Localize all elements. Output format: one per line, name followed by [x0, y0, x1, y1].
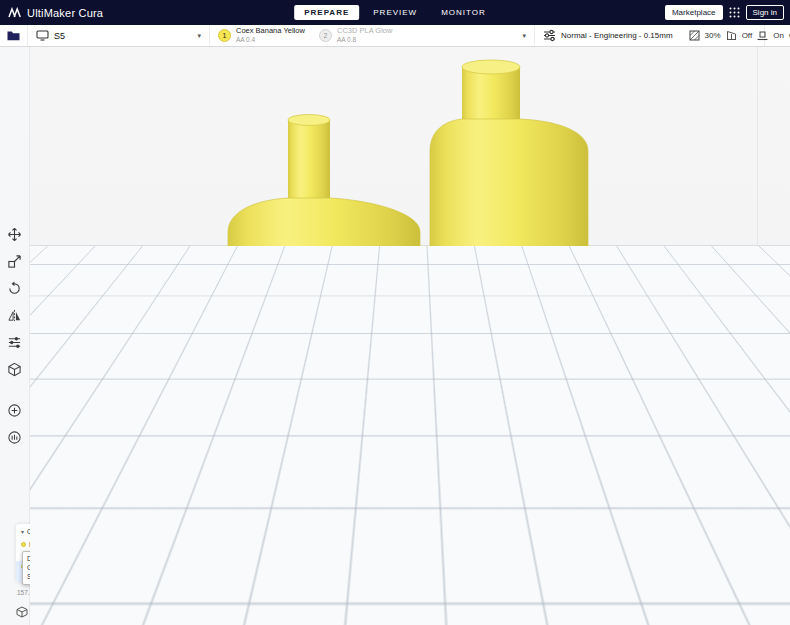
extruder-1-material: Coex Banana Yellow	[236, 27, 314, 36]
print-settings-selector[interactable]: Normal - Engineering - 0.15mm 30% Off	[535, 25, 765, 46]
view-right-button[interactable]	[94, 604, 109, 619]
model-dimensions-label: 157.6 x 75.0 x 198.0 mm	[17, 589, 89, 596]
chevron-down-icon: ▾	[197, 32, 201, 39]
custom-supports-icon	[7, 430, 22, 445]
svg-text:Designed by: Designed by	[294, 500, 366, 514]
model-right-designed-text: Designed by Liturgical 3D ™	[499, 388, 588, 419]
move-tool-button[interactable]	[4, 223, 26, 245]
support-blocker-button[interactable]	[4, 358, 26, 380]
adhesion-value: On	[773, 31, 784, 40]
config-bar: S5 ▾ 1 Coex Banana Yellow AA 0.4 2 CC3D …	[0, 25, 790, 47]
model-right-neck	[462, 67, 520, 121]
iso-cube-icon	[16, 606, 28, 618]
model-left-neck-top	[288, 115, 330, 126]
rotate-icon	[7, 281, 22, 296]
view-front-button[interactable]	[34, 604, 49, 619]
support-value: Off	[742, 31, 753, 40]
extruder-2-nozzle: AA 0.8	[337, 36, 415, 43]
folder-icon	[7, 30, 20, 41]
topbar-right-group: Marketplace Sign in	[665, 0, 784, 25]
top-view-icon	[56, 606, 68, 618]
camera-view-buttons	[14, 604, 109, 619]
mirror-tool-button[interactable]	[4, 304, 26, 326]
svg-text:9.4mm: 9.4mm	[519, 517, 570, 536]
extruder-1-badge: 1	[218, 29, 231, 42]
models-layer: Designed by Liturgical 3D ™ "Bit" dia: 9…	[30, 47, 790, 625]
model-right-dia-text: "Bit" dia: 9.4mm	[511, 517, 577, 554]
sign-in-button[interactable]: Sign in	[746, 5, 784, 20]
caret-down-icon: ▾	[21, 528, 24, 535]
apps-grid-icon[interactable]	[729, 7, 740, 18]
support-blocker-icon	[7, 362, 22, 377]
slice-button[interactable]: Slice	[630, 587, 776, 611]
printer-name: S5	[54, 31, 65, 41]
action-panel: ▶ Slice	[594, 587, 776, 611]
svg-text:Liturgical 3D ™: Liturgical 3D ™	[286, 486, 374, 500]
printer-selector[interactable]: S5 ▾	[28, 25, 210, 46]
model-right-neck-top	[462, 60, 520, 74]
view-left-button[interactable]	[74, 604, 89, 619]
profile-label: Normal - Engineering - 0.15mm	[561, 31, 673, 40]
support-icon	[726, 30, 737, 41]
tab-preview[interactable]: PREVIEW	[363, 5, 427, 20]
extruder-color-dot	[21, 542, 26, 547]
view-top-button[interactable]	[54, 604, 69, 619]
svg-text:9.4mm: 9.4mm	[303, 557, 357, 576]
tab-monitor[interactable]: MONITOR	[431, 5, 496, 20]
extruder-2-material: CC3D PLA Glow	[337, 27, 415, 36]
mesh-tools-plugin-button[interactable]	[4, 399, 26, 421]
chevron-down-icon: ▾	[522, 32, 526, 39]
object-name-tooltip: Deep Probe - Fake Router for Gridding - …	[22, 551, 122, 585]
per-model-settings-button[interactable]	[4, 331, 26, 353]
scale-tool-button[interactable]	[4, 250, 26, 272]
model-left-body	[228, 198, 420, 457]
model-right-base-side	[624, 357, 636, 587]
settings-sliders-icon	[543, 29, 556, 42]
ultimaker-logo: UltiMaker Cura	[0, 7, 103, 19]
scale-icon	[7, 254, 22, 269]
model-right-body	[430, 119, 588, 375]
view-3d-button[interactable]	[14, 604, 29, 619]
infill-value: 30%	[705, 31, 721, 40]
object-list-header[interactable]: ▾ Object list	[16, 524, 126, 539]
rotate-tool-button[interactable]	[4, 277, 26, 299]
preview-stage-button[interactable]: ▶	[594, 587, 620, 611]
ultimaker-mark-icon	[8, 7, 22, 19]
app-title: UltiMaker Cura	[27, 7, 103, 19]
mirror-icon	[7, 308, 22, 323]
svg-text:"Bit" dia:: "Bit" dia:	[511, 535, 577, 554]
side-view-icon	[76, 606, 88, 618]
svg-text:"Bit" dia:: "Bit" dia:	[297, 576, 362, 593]
per-model-settings-icon	[7, 335, 22, 350]
model-left-designed-text: Designed by Liturgical 3D ™	[286, 486, 374, 514]
stage-tabs: PREPARE PREVIEW MONITOR	[294, 0, 496, 25]
nine-dots-icon	[729, 7, 740, 18]
top-bar: UltiMaker Cura PREPARE PREVIEW MONITOR M…	[0, 0, 790, 25]
model-left-neck	[288, 120, 330, 202]
adhesion-icon	[757, 30, 768, 41]
material-selector[interactable]: 1 Coex Banana Yellow AA 0.4 2 CC3D PLA G…	[210, 25, 535, 46]
model-left-dia-text: "Bit" dia: 9.4mm	[297, 557, 362, 593]
custom-supports-plugin-button[interactable]	[4, 426, 26, 448]
move-icon	[7, 227, 22, 242]
extruder-1-info: Coex Banana Yellow AA 0.4	[236, 27, 314, 43]
extruder-2-info: CC3D PLA Glow AA 0.8	[337, 27, 415, 43]
object-list-title: Object list	[27, 527, 59, 536]
open-file-button[interactable]	[0, 25, 28, 46]
viewport-3d[interactable]: Designed by Liturgical 3D ™ "Bit" dia: 9…	[30, 47, 790, 625]
extruder-1-nozzle: AA 0.4	[236, 36, 314, 43]
tab-prepare[interactable]: PREPARE	[294, 5, 359, 20]
mesh-tools-icon	[7, 403, 22, 418]
model-left-base-top	[203, 429, 476, 449]
printer-icon	[36, 30, 49, 41]
play-icon: ▶	[604, 594, 611, 604]
dot-view-icon	[96, 606, 108, 618]
infill-icon	[689, 30, 700, 41]
extruder-2-badge: 2	[319, 29, 332, 42]
model-left-base-side	[458, 429, 476, 617]
app-window: UltiMaker Cura PREPARE PREVIEW MONITOR M…	[0, 0, 790, 625]
marketplace-button[interactable]: Marketplace	[665, 5, 723, 20]
front-view-icon	[36, 606, 48, 618]
